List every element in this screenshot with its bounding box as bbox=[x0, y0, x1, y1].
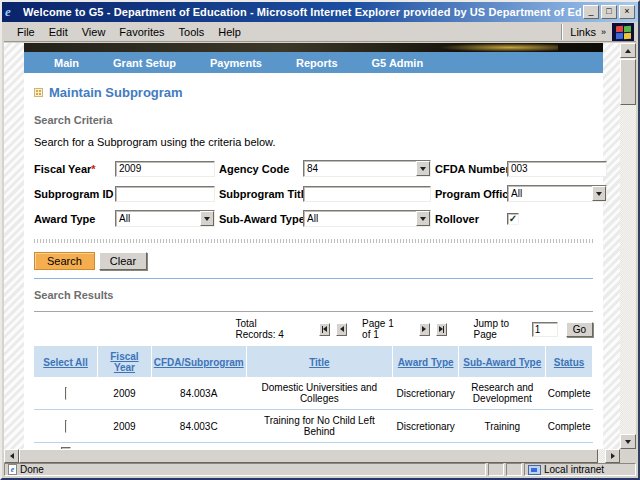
chevron-down-icon[interactable] bbox=[416, 211, 430, 226]
nav-payments[interactable]: Payments bbox=[210, 57, 262, 69]
first-page-icon[interactable] bbox=[319, 323, 330, 336]
results-table: Select All Fiscal Year CFDA/Subprogram T… bbox=[34, 346, 593, 449]
sub-award-type-select[interactable]: All bbox=[303, 210, 431, 227]
restore-icon[interactable]: □ bbox=[601, 5, 617, 19]
header-cfda-subprogram[interactable]: CFDA/Subprogram bbox=[154, 357, 244, 368]
scroll-right-icon[interactable] bbox=[605, 449, 620, 463]
chevron-down-icon[interactable] bbox=[416, 161, 430, 176]
status-pane bbox=[506, 463, 522, 476]
fiscal-year-input[interactable] bbox=[115, 161, 215, 177]
menu-view[interactable]: View bbox=[75, 24, 113, 40]
minimize-icon[interactable]: _ bbox=[583, 5, 599, 19]
cell-award-type: Discretionary bbox=[392, 410, 459, 443]
rollover-label: Rollover bbox=[435, 213, 503, 225]
header-sub-award-type[interactable]: Sub-Award Type bbox=[463, 357, 541, 368]
header-award-type[interactable]: Award Type bbox=[398, 357, 454, 368]
cell-title: Training for No Child Left Behind bbox=[246, 410, 392, 443]
banner-image bbox=[24, 43, 603, 52]
required-asterisk: * bbox=[91, 163, 95, 175]
search-results-heading: Search Results bbox=[34, 289, 593, 301]
links-label: Links bbox=[570, 26, 596, 38]
table-header-row: Select All Fiscal Year CFDA/Subprogram T… bbox=[34, 347, 593, 378]
menu-favorites[interactable]: Favorites bbox=[112, 24, 171, 40]
main-navigation: Main Grant Setup Payments Reports G5 Adm… bbox=[24, 52, 603, 73]
chevron-down-icon[interactable] bbox=[592, 186, 606, 201]
title-bar: e Welcome to G5 - Department of Educatio… bbox=[2, 2, 638, 22]
chevron-down-icon[interactable] bbox=[200, 211, 214, 226]
fiscal-year-label: Fiscal Year* bbox=[34, 163, 111, 175]
header-fiscal-year[interactable]: Fiscal Year bbox=[110, 351, 138, 373]
subprogram-id-input[interactable] bbox=[115, 186, 215, 202]
nav-main[interactable]: Main bbox=[54, 57, 79, 69]
menu-edit[interactable]: Edit bbox=[42, 24, 75, 40]
status-pane bbox=[488, 463, 504, 476]
toolbar-divider bbox=[561, 24, 563, 40]
page-card: Main Grant Setup Payments Reports G5 Adm… bbox=[24, 43, 603, 449]
search-button[interactable]: Search bbox=[34, 252, 95, 270]
search-form: Fiscal Year* Agency Code 84 CFDA Number … bbox=[34, 160, 593, 227]
cell-fiscal-year: 2009 bbox=[98, 410, 152, 443]
menu-bar: File Edit View Favorites Tools Help Link… bbox=[4, 22, 636, 42]
close-icon[interactable]: × bbox=[619, 5, 635, 19]
nav-reports[interactable]: Reports bbox=[296, 57, 338, 69]
clear-button[interactable]: Clear bbox=[99, 252, 147, 270]
sub-award-type-label: Sub-Award Type bbox=[219, 213, 299, 225]
ie-icon: e bbox=[5, 5, 19, 19]
program-office-label: Program Office bbox=[435, 188, 503, 200]
page-title: Maintain Subprogram bbox=[49, 85, 183, 100]
vertical-scroll-thumb[interactable] bbox=[620, 59, 636, 105]
windows-logo-icon bbox=[612, 23, 634, 41]
window-title: Welcome to G5 - Department of Education … bbox=[23, 6, 581, 18]
rollover-checkbox[interactable]: ✓ bbox=[507, 213, 519, 225]
next-page-icon[interactable] bbox=[419, 323, 430, 336]
cell-sub-award-type: Research and Development bbox=[459, 377, 546, 410]
row-checkbox[interactable] bbox=[65, 387, 67, 400]
menu-file[interactable]: File bbox=[10, 24, 42, 40]
vertical-scrollbar[interactable] bbox=[620, 43, 636, 449]
menu-tools[interactable]: Tools bbox=[172, 24, 212, 40]
jump-to-page-input[interactable] bbox=[532, 322, 558, 337]
previous-page-icon[interactable] bbox=[336, 323, 347, 336]
scroll-left-icon[interactable] bbox=[4, 449, 19, 463]
cfda-number-input[interactable] bbox=[507, 161, 607, 177]
cell-award-type: Discretionary bbox=[392, 377, 459, 410]
subprogram-title-input[interactable] bbox=[303, 186, 431, 202]
horizontal-scrollbar[interactable] bbox=[4, 449, 620, 463]
program-office-select[interactable]: All bbox=[507, 185, 607, 202]
last-page-icon[interactable] bbox=[436, 323, 447, 336]
links-toolbar[interactable]: Links » bbox=[566, 26, 610, 38]
security-zone: Local intranet bbox=[524, 463, 636, 476]
header-title[interactable]: Title bbox=[309, 357, 329, 368]
ie-page-icon: e bbox=[8, 464, 17, 475]
scroll-up-icon[interactable] bbox=[620, 43, 636, 58]
go-button[interactable]: Go bbox=[566, 322, 593, 337]
bullet-grid-icon bbox=[34, 88, 43, 97]
menu-help[interactable]: Help bbox=[211, 24, 248, 40]
award-type-select[interactable]: All bbox=[115, 210, 215, 227]
status-bar: e Done Local intranet bbox=[4, 463, 636, 476]
header-status[interactable]: Status bbox=[554, 357, 585, 368]
horizontal-scroll-thumb[interactable] bbox=[19, 449, 598, 463]
search-instruction: Search for a Subprogram using the criter… bbox=[34, 136, 593, 148]
cfda-number-label: CFDA Number bbox=[435, 163, 503, 175]
cell-fiscal-year: 2009 bbox=[98, 377, 152, 410]
award-type-label: Award Type bbox=[34, 213, 111, 225]
cell-cfda: 84.003A bbox=[151, 377, 246, 410]
jump-to-page-label: Jump to Page bbox=[474, 318, 524, 340]
divider bbox=[34, 278, 593, 279]
chevron-right-icon[interactable]: » bbox=[601, 27, 606, 37]
page-content: Maintain Subprogram Search Criteria Sear… bbox=[24, 73, 603, 449]
nav-g5-admin[interactable]: G5 Admin bbox=[372, 57, 424, 69]
scroll-down-icon[interactable] bbox=[620, 434, 636, 449]
subprogram-title-label: Subprogram Title bbox=[219, 188, 299, 200]
header-select-all[interactable]: Select All bbox=[43, 357, 88, 368]
nav-grant-setup[interactable]: Grant Setup bbox=[113, 57, 176, 69]
cell-sub-award-type: Training bbox=[459, 410, 546, 443]
agency-code-select[interactable]: 84 bbox=[303, 160, 431, 177]
table-row: 2009 84.003C Training for No Child Left … bbox=[34, 410, 593, 443]
scrollbar-corner bbox=[620, 449, 636, 463]
row-checkbox[interactable] bbox=[65, 420, 67, 433]
cell-status: Complete bbox=[546, 377, 593, 410]
browser-window: e Welcome to G5 - Department of Educatio… bbox=[0, 0, 640, 480]
pagination-top: Total Records: 4 Page 1 of 1 Jump to Pag… bbox=[34, 312, 593, 346]
